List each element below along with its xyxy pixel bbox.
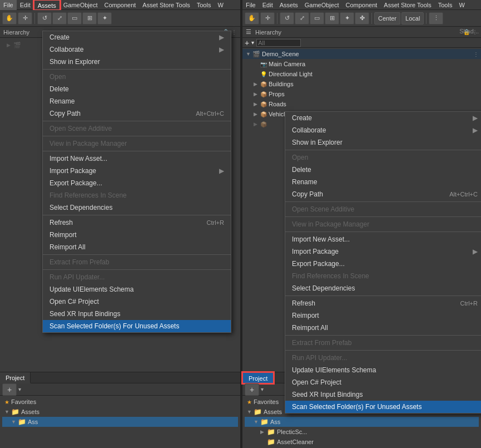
ctx-right-refresh[interactable]: Refresh Ctrl+R: [285, 297, 481, 309]
assets-folder-left[interactable]: ▼ 📁 Assets: [2, 407, 238, 417]
assetcleaner-folder[interactable]: 📁 AssetCleaner: [245, 437, 479, 447]
menu-assets-left[interactable]: Assets: [34, 0, 60, 10]
ctx-r-import-pkg-arrow: ▶: [473, 248, 478, 255]
menu-gameobject-left[interactable]: GameObject: [60, 0, 101, 10]
ctx-right-export-package[interactable]: Export Package...: [285, 258, 481, 270]
hand-tool-btn[interactable]: ✋: [2, 12, 17, 24]
menu-w-right[interactable]: W: [455, 0, 468, 10]
buildings-item[interactable]: ▶ 📦 Buildings: [242, 79, 481, 89]
ass-folder-right[interactable]: ▼ 📁 Ass: [245, 417, 479, 427]
rotate-tool-btn[interactable]: ↺: [37, 12, 52, 24]
ctx-right-copy-path[interactable]: Copy Path Alt+Ctrl+C: [285, 188, 481, 200]
search-input-right[interactable]: [256, 39, 301, 47]
menu-edit-left[interactable]: Edit: [17, 0, 34, 10]
rect-tool-btn-r[interactable]: ▭: [310, 12, 324, 24]
transform-tool-btn[interactable]: ⊞: [82, 12, 97, 24]
custom-tool-btn[interactable]: ✦: [97, 12, 112, 24]
ass-folder-left[interactable]: ▼ 📁 Ass: [2, 417, 238, 427]
ctx-right-collaborate[interactable]: Collaborate ▶: [285, 124, 481, 136]
menu-component-right[interactable]: Component: [342, 0, 380, 10]
props-item[interactable]: ▶ 📦 Props: [242, 89, 481, 99]
plectic-folder[interactable]: ▶ 📁 PlecticSc...: [245, 427, 479, 437]
ctx-left-import-package[interactable]: Import Package ▶: [43, 165, 231, 177]
menu-file-right[interactable]: File: [242, 0, 259, 10]
ctx-left-copy-path[interactable]: Copy Path Alt+Ctrl+C: [43, 107, 231, 120]
add-dropdown-icon-r[interactable]: ▾: [261, 386, 264, 392]
ctx-left-seed-xr[interactable]: Seed XR Input Bindings: [43, 308, 231, 320]
project-tab-right[interactable]: Project: [242, 372, 274, 383]
ctx-right-update-ui[interactable]: Update UIElements Schema: [285, 364, 481, 376]
ctx-left-scan-folders[interactable]: Scan Selected Folder(s) For Unused Asset…: [43, 320, 231, 332]
ctx-left-delete[interactable]: Delete: [43, 83, 231, 95]
transform-tool-btn-r[interactable]: ⊞: [325, 12, 339, 24]
menu-component-left[interactable]: Component: [101, 0, 139, 10]
ctx-left-refresh[interactable]: Refresh Ctrl+R: [43, 216, 231, 229]
ctx-left-collaborate[interactable]: Collaborate ▶: [43, 43, 231, 56]
move-tool-btn-r[interactable]: ✛: [260, 12, 275, 24]
menu-assetstoretools-left[interactable]: Asset Store Tools: [139, 0, 193, 10]
rotate-tool-btn-r[interactable]: ↺: [280, 12, 294, 24]
center-label[interactable]: Center: [374, 12, 400, 24]
menu-gameobject-right[interactable]: GameObject: [301, 0, 343, 10]
ctx-left-export-package[interactable]: Export Package...: [43, 177, 231, 189]
menu-tools-left[interactable]: Tools: [194, 0, 215, 10]
ctx-right-reimport[interactable]: Reimport: [285, 309, 481, 322]
project-tab-left[interactable]: Project: [0, 372, 31, 383]
local-label[interactable]: Local: [401, 12, 424, 24]
hand-tool-btn-r[interactable]: ✋: [245, 12, 259, 24]
scale-tool-btn[interactable]: ⤢: [52, 12, 67, 24]
folder-icon-plectic: 📁: [267, 428, 275, 436]
menu-assetstoretools-right[interactable]: Asset Store Tools: [380, 0, 434, 10]
ctx-right-delete[interactable]: Delete: [285, 164, 481, 176]
ctx-left-rename[interactable]: Rename: [43, 95, 231, 107]
extra-right-btn[interactable]: ⋮: [429, 12, 443, 24]
menu-w-left[interactable]: W: [214, 0, 226, 10]
ctx-left-reimport[interactable]: Reimport: [43, 229, 231, 241]
menu-assets-right[interactable]: Assets: [276, 0, 301, 10]
move-tool-btn[interactable]: ✛: [18, 12, 32, 24]
ctx-right-reimport-all[interactable]: Reimport All: [285, 322, 481, 334]
folder-icon-assets-right: 📁: [254, 408, 262, 416]
ctx-left-import-asset[interactable]: Import New Asset...: [43, 152, 231, 165]
ctx-right-seed-xr[interactable]: Seed XR Input Bindings: [285, 388, 481, 401]
ctx-r-sep-5: [285, 296, 481, 296]
menu-edit-right[interactable]: Edit: [259, 0, 276, 10]
rect-tool-btn[interactable]: ▭: [67, 12, 82, 24]
ctx-r-sep-2: [285, 201, 481, 202]
add-btn-right[interactable]: +: [245, 383, 259, 396]
ctx-right-show-explorer[interactable]: Show in Explorer: [285, 136, 481, 149]
plus-icon-right[interactable]: +: [245, 38, 249, 47]
extra-btn-r[interactable]: ✤: [355, 12, 369, 24]
custom-tool-btn-r[interactable]: ✦: [340, 12, 354, 24]
star-icon: ★: [4, 399, 9, 405]
add-btn-left[interactable]: +: [2, 383, 17, 396]
demo-scene-item[interactable]: ▼ 🎬 Demo_Scene ⋮: [242, 49, 481, 59]
scale-tool-btn-r[interactable]: ⤢: [295, 12, 309, 24]
add-dropdown-icon[interactable]: ▾: [18, 386, 21, 392]
ctx-left-show-explorer[interactable]: Show in Explorer: [43, 56, 231, 68]
ctx-left-create[interactable]: Create ▶: [43, 31, 231, 43]
ctx-right-import-asset[interactable]: Import New Asset...: [285, 233, 481, 245]
ctx-r-refresh-shortcut: Ctrl+R: [460, 300, 478, 307]
ctx-right-import-package[interactable]: Import Package ▶: [285, 245, 481, 258]
favorites-folder[interactable]: ★ Favorites: [2, 397, 238, 407]
ctx-right-rename[interactable]: Rename: [285, 176, 481, 188]
dropdown-icon-right[interactable]: ▾: [251, 40, 254, 46]
ctx-sep-7: [43, 269, 231, 270]
ctx-right-scan-folders[interactable]: Scan Selected Folder(s) For Unused Asset…: [285, 401, 481, 413]
directional-light-item[interactable]: 💡 Directional Light: [242, 69, 481, 79]
ctx-left-select-deps[interactable]: Select Dependencies: [43, 201, 231, 214]
menu-file-left[interactable]: File: [0, 0, 17, 10]
ctx-left-reimport-all[interactable]: Reimport All: [43, 241, 231, 253]
ctx-right-open-csharp[interactable]: Open C# Project: [285, 376, 481, 388]
menu-tools-right[interactable]: Tools: [435, 0, 456, 10]
roads-item[interactable]: ▶ 📦 Roads: [242, 99, 481, 109]
scene-kebab-icon[interactable]: ⋮: [473, 51, 479, 57]
ctx-left-open-csharp[interactable]: Open C# Project: [43, 296, 231, 308]
copy-path-shortcut: Alt+Ctrl+C: [196, 110, 224, 117]
main-camera-item[interactable]: 📷 Main Camera: [242, 59, 481, 69]
ctx-right-select-deps[interactable]: Select Dependencies: [285, 282, 481, 294]
menu-icon-left[interactable]: ⋮: [231, 29, 237, 35]
ctx-right-create[interactable]: Create ▶: [285, 112, 481, 124]
ctx-left-update-ui[interactable]: Update UIElements Schema: [43, 283, 231, 296]
